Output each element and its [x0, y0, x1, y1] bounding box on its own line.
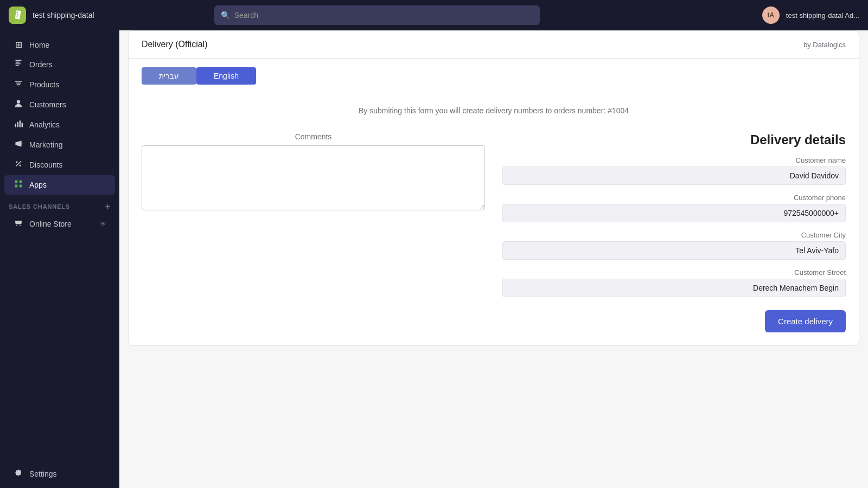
sidebar-item-customers[interactable]: Customers — [4, 95, 115, 114]
shopify-logo — [9, 7, 26, 24]
svg-rect-3 — [15, 65, 18, 66]
form-subtitle: By submiting this form you will create d… — [142, 106, 846, 115]
customers-icon — [13, 99, 24, 110]
sidebar-item-label: Home — [29, 41, 49, 49]
comments-label: Comments — [142, 132, 485, 141]
form-content: By submiting this form you will create d… — [129, 93, 859, 345]
username-label: test shipping-datal Ad... — [786, 11, 859, 20]
sales-channels-section: SALES CHANNELS + — [0, 195, 119, 214]
svg-rect-13 — [20, 181, 22, 183]
svg-point-4 — [17, 100, 20, 104]
sidebar-item-analytics[interactable]: Analytics — [4, 115, 115, 134]
orders-icon — [13, 59, 24, 70]
customer-name-field: Customer name — [502, 156, 846, 185]
sidebar-item-label: Analytics — [29, 120, 60, 129]
customer-city-field: Customer City — [502, 231, 846, 260]
search-icon: 🔍 — [221, 11, 230, 20]
svg-rect-7 — [20, 120, 21, 127]
app-frame: Delivery (Official) by Datalogics עברית … — [128, 30, 859, 346]
sidebar-item-orders[interactable]: Orders — [4, 55, 115, 74]
customer-phone-label: Customer phone — [502, 194, 846, 202]
sidebar-item-marketing[interactable]: Marketing — [4, 135, 115, 155]
sidebar-item-label: Apps — [29, 181, 47, 189]
customer-phone-input[interactable] — [502, 204, 846, 222]
app-by-label: by Datalogics — [803, 41, 846, 49]
topbar: test shipping-datal 🔍 tA test shipping-d… — [0, 0, 868, 30]
settings-icon — [13, 468, 24, 479]
sidebar-item-label: Online Store — [29, 220, 72, 228]
sidebar-item-products[interactable]: Products — [4, 75, 115, 94]
customer-city-label: Customer City — [502, 231, 846, 239]
sidebar-item-home[interactable]: ⊞ Home — [4, 35, 115, 54]
home-icon: ⊞ — [13, 40, 24, 50]
sidebar-item-discounts[interactable]: Discounts — [4, 155, 115, 175]
app-title: Delivery (Official) — [142, 40, 208, 49]
svg-rect-8 — [22, 123, 23, 127]
avatar: tA — [762, 7, 780, 24]
svg-rect-6 — [17, 122, 18, 127]
search-input[interactable] — [234, 11, 533, 20]
comments-section: Comments — [142, 132, 485, 332]
customer-name-label: Customer name — [502, 156, 846, 164]
products-icon — [13, 79, 24, 90]
sidebar-item-label: Products — [29, 80, 59, 89]
svg-rect-15 — [20, 185, 22, 188]
sidebar-item-label: Discounts — [29, 160, 62, 169]
svg-rect-12 — [15, 181, 18, 183]
customer-phone-field: Customer phone — [502, 194, 846, 222]
sidebar-item-apps[interactable]: Apps — [4, 175, 115, 195]
eye-icon: 👁 — [100, 220, 106, 228]
customer-street-input[interactable] — [502, 279, 846, 297]
marketing-icon — [13, 139, 24, 150]
comments-textarea[interactable] — [142, 145, 485, 210]
hebrew-tab[interactable]: עברית — [142, 67, 196, 85]
store-name: test shipping-datal — [33, 11, 94, 20]
svg-rect-0 — [15, 60, 21, 61]
svg-rect-1 — [15, 62, 20, 63]
sidebar-item-settings[interactable]: Settings — [4, 464, 115, 484]
customer-city-input[interactable] — [502, 241, 846, 260]
sidebar-item-label: Settings — [29, 470, 57, 478]
customer-street-field: Customer Street — [502, 268, 846, 297]
sales-channels-label: SALES CHANNELS — [9, 203, 70, 210]
form-row: Comments Delivery details Customer name … — [142, 132, 846, 332]
delivery-details: Delivery details Customer name Customer … — [502, 132, 846, 332]
sidebar-item-label: Customers — [29, 100, 66, 109]
add-sales-channel-icon[interactable]: + — [105, 202, 111, 211]
svg-rect-5 — [15, 124, 16, 127]
online-store-icon — [13, 219, 24, 229]
sidebar-item-label: Orders — [29, 60, 53, 69]
sidebar-item-label: Marketing — [29, 140, 62, 149]
svg-point-10 — [20, 165, 21, 166]
sidebar-item-online-store[interactable]: Online Store 👁 — [4, 214, 115, 234]
english-tab[interactable]: English — [196, 67, 256, 85]
app-header: Delivery (Official) by Datalogics — [129, 31, 859, 59]
search-bar[interactable]: 🔍 — [214, 5, 540, 25]
apps-icon — [13, 179, 24, 190]
svg-point-9 — [16, 161, 17, 163]
customer-name-input[interactable] — [502, 166, 846, 185]
main-layout: Delivery (Official) by Datalogics עברית … — [119, 30, 868, 488]
lang-tabs: עברית English — [129, 59, 859, 93]
content-area: Delivery (Official) by Datalogics עברית … — [119, 30, 868, 488]
discounts-icon — [13, 159, 24, 170]
sidebar: ⊞ Home Orders Products Customers Analyti… — [0, 30, 119, 488]
topbar-right: tA test shipping-datal Ad... — [762, 7, 859, 24]
customer-street-label: Customer Street — [502, 268, 846, 277]
delivery-details-title: Delivery details — [502, 132, 846, 147]
svg-rect-2 — [15, 63, 21, 65]
svg-rect-14 — [15, 185, 18, 188]
create-delivery-button[interactable]: Create delivery — [765, 310, 846, 332]
analytics-icon — [13, 119, 24, 130]
